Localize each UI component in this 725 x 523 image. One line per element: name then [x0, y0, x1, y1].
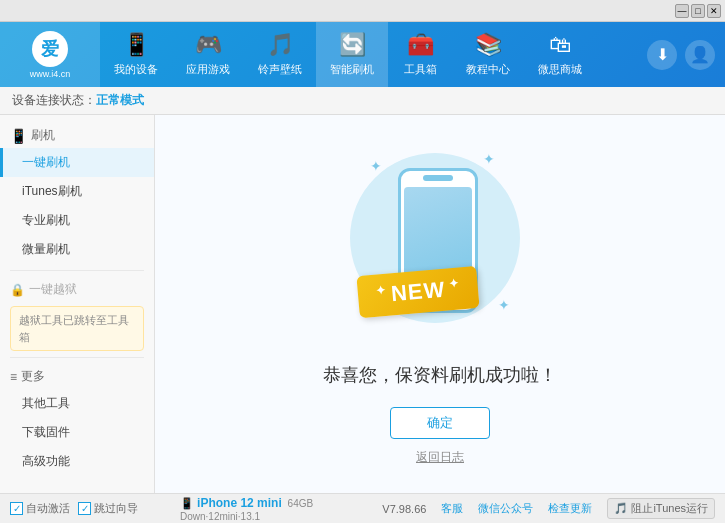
sidebar-divider-1	[10, 270, 144, 271]
download-btn[interactable]: ⬇	[647, 40, 677, 70]
auto-activate-label: 自动激活	[26, 501, 70, 516]
confirm-button[interactable]: 确定	[390, 407, 490, 439]
nav-tools[interactable]: 🧰 工具箱	[388, 22, 452, 87]
sidebar: 📱 刷机 一键刷机 iTunes刷机 专业刷机 微量刷机 🔒 一键越狱 越狱工具…	[0, 115, 155, 493]
nav-tutorial[interactable]: 📚 教程中心	[452, 22, 524, 87]
sidebar-save-flash[interactable]: 微量刷机	[0, 235, 154, 264]
sidebar-more-title: ≡ 更多	[0, 364, 154, 389]
sidebar-advanced[interactable]: 高级功能	[0, 447, 154, 476]
nav-apps-games[interactable]: 🎮 应用游戏	[172, 22, 244, 87]
skip-guide-label: 跳过向导	[94, 501, 138, 516]
bottom-left: ✓ 自动激活 ✓ 跳过向导	[10, 501, 170, 516]
sparkle-icon-1: ✦	[370, 158, 382, 174]
itunes-icon: 🎵	[614, 502, 628, 515]
main-layout: 📱 刷机 一键刷机 iTunes刷机 专业刷机 微量刷机 🔒 一键越狱 越狱工具…	[0, 115, 725, 493]
nav-tutorial-label: 教程中心	[466, 62, 510, 77]
nav-my-device[interactable]: 📱 我的设备	[100, 22, 172, 87]
logo-icon: 爱	[32, 31, 68, 67]
sidebar-one-click-flash[interactable]: 一键刷机	[0, 148, 154, 177]
nav-ringtone[interactable]: 🎵 铃声壁纸	[244, 22, 316, 87]
block-itunes-btn[interactable]: 🎵 阻止iTunes运行	[607, 498, 715, 519]
sidebar-download-firmware[interactable]: 下载固件	[0, 418, 154, 447]
device-icon: 📱	[180, 497, 197, 509]
skip-guide-check-icon: ✓	[78, 502, 91, 515]
device-info: 📱 iPhone 12 mini 64GB Down·12mini·13.1	[170, 496, 382, 522]
nav-smart-flash-label: 智能刷机	[330, 62, 374, 77]
bottom-right: V7.98.66 客服 微信公众号 检查更新 🎵 阻止iTunes运行	[382, 498, 715, 519]
skip-guide-checkbox[interactable]: ✓ 跳过向导	[78, 501, 138, 516]
logo-url: www.i4.cn	[30, 69, 71, 79]
sidebar-locked-jailbreak: 🔒 一键越狱	[0, 277, 154, 302]
flash-section-label: 刷机	[31, 127, 55, 144]
title-bar: — □ ✕	[0, 0, 725, 22]
header: 爱 www.i4.cn 📱 我的设备 🎮 应用游戏 🎵 铃声壁纸 🔄 智能刷机 …	[0, 22, 725, 87]
device-storage: 64GB	[285, 498, 313, 509]
bottom-bar: ✓ 自动激活 ✓ 跳过向导 📱 iPhone 12 mini 64GB Down…	[0, 493, 725, 523]
apps-games-icon: 🎮	[195, 32, 222, 58]
nav-tools-label: 工具箱	[404, 62, 437, 77]
tools-icon: 🧰	[407, 32, 434, 58]
more-icon: ≡	[10, 370, 17, 384]
nav-bar: 📱 我的设备 🎮 应用游戏 🎵 铃声壁纸 🔄 智能刷机 🧰 工具箱 📚 教程中心…	[100, 22, 637, 87]
version-label: V7.98.66	[382, 503, 426, 515]
ringtone-icon: 🎵	[267, 32, 294, 58]
nav-apps-games-label: 应用游戏	[186, 62, 230, 77]
flash-section-title: 📱 刷机	[0, 123, 154, 148]
auto-activate-checkbox[interactable]: ✓ 自动激活	[10, 501, 70, 516]
status-label: 设备连接状态：	[12, 92, 96, 109]
nav-smart-flash[interactable]: 🔄 智能刷机	[316, 22, 388, 87]
my-device-icon: 📱	[123, 32, 150, 58]
minimize-btn[interactable]: —	[675, 4, 689, 18]
device-name: iPhone 12 mini	[197, 496, 282, 510]
status-mode: 正常模式	[96, 92, 144, 109]
sidebar-itunes-flash[interactable]: iTunes刷机	[0, 177, 154, 206]
header-right: ⬇ 👤	[637, 40, 725, 70]
tutorial-icon: 📚	[475, 32, 502, 58]
logo-area: 爱 www.i4.cn	[0, 22, 100, 87]
window-controls[interactable]: — □ ✕	[675, 4, 721, 18]
maximize-btn[interactable]: □	[691, 4, 705, 18]
nav-weibo-mall[interactable]: 🛍 微思商城	[524, 22, 596, 87]
device-firmware: Down·12mini·13.1	[180, 511, 260, 522]
sparkle-icon-3: ✦	[498, 297, 510, 313]
wechat-label[interactable]: 微信公众号	[478, 501, 533, 516]
status-bar: 设备连接状态： 正常模式	[0, 87, 725, 115]
nav-my-device-label: 我的设备	[114, 62, 158, 77]
sidebar-divider-2	[10, 357, 144, 358]
sidebar-other-tools[interactable]: 其他工具	[0, 389, 154, 418]
nav-ringtone-label: 铃声壁纸	[258, 62, 302, 77]
sidebar-pro-flash[interactable]: 专业刷机	[0, 206, 154, 235]
check-update-label[interactable]: 检查更新	[548, 501, 592, 516]
weibo-mall-icon: 🛍	[549, 32, 571, 58]
phone-notch	[423, 175, 453, 181]
phone-illustration: ✦ ✦ ✦ NEW	[340, 143, 540, 343]
content-area: ✦ ✦ ✦ NEW 恭喜您，保资料刷机成功啦！ 确定 返回日志	[155, 115, 725, 493]
service-label[interactable]: 客服	[441, 501, 463, 516]
close-btn[interactable]: ✕	[707, 4, 721, 18]
nav-weibo-mall-label: 微思商城	[538, 62, 582, 77]
auto-activate-check-icon: ✓	[10, 502, 23, 515]
success-message: 恭喜您，保资料刷机成功啦！	[323, 363, 557, 387]
lock-icon: 🔒	[10, 283, 25, 297]
user-btn[interactable]: 👤	[685, 40, 715, 70]
flash-section-icon: 📱	[10, 128, 27, 144]
smart-flash-icon: 🔄	[339, 32, 366, 58]
sparkle-icon-2: ✦	[483, 151, 495, 167]
back-today-link[interactable]: 返回日志	[416, 449, 464, 466]
sidebar-jailbreak-notice: 越狱工具已跳转至工具箱	[10, 306, 144, 351]
